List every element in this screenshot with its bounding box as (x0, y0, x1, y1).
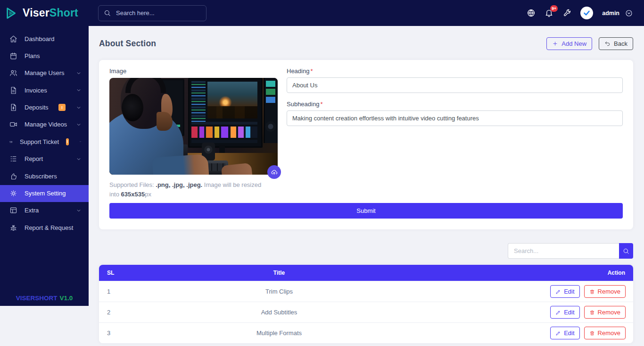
sidebar-item-report-request[interactable]: Report & Request (0, 219, 89, 236)
sidebar-item-label: Deposits (25, 104, 51, 111)
table-row: 1 Trim Clips Edit Remove (99, 281, 633, 302)
swatch-green (266, 89, 275, 95)
sidebar-item-label: Subscribers (25, 173, 82, 180)
notifications-button[interactable]: 9+ (545, 8, 553, 17)
row-title: Multiple Formats (135, 329, 423, 337)
topbar-actions: 9+ admin (527, 7, 633, 19)
sections-table: SL Title Action 1 Trim Clips Edit Remove… (99, 265, 633, 343)
chevron-down-icon (76, 156, 82, 162)
heading-input[interactable] (287, 77, 623, 93)
search-icon (623, 248, 629, 254)
row-actions: Edit Remove (423, 306, 633, 319)
side-panel (264, 78, 278, 143)
ticket-icon (9, 138, 13, 146)
notification-badge: 9+ (550, 5, 558, 12)
sidebar-item-support-ticket[interactable]: Support Ticket ! (0, 133, 89, 150)
sidebar-item-label: System Setting (25, 190, 82, 197)
sidebar-item-invoices[interactable]: Invoices (0, 82, 89, 99)
wrench-icon (563, 8, 571, 17)
sidebar-item-label: Extra (25, 207, 69, 214)
right-monitor (188, 78, 263, 148)
remove-button[interactable]: Remove (584, 306, 626, 319)
main-content: About Section Add New Back Image (89, 26, 644, 346)
image-upload-button[interactable] (267, 165, 281, 179)
editor-arm (152, 154, 209, 175)
row-title: Add Subtitles (135, 309, 423, 316)
headphones-cup (122, 94, 143, 121)
page-title: About Section (99, 39, 156, 49)
chevron-down-icon (76, 70, 82, 76)
table-search-row (99, 243, 633, 259)
sidebar-item-manage-videos[interactable]: Manage Videos (0, 116, 89, 133)
report-icon (9, 155, 17, 163)
clip-bin-panel (191, 81, 206, 123)
remove-button[interactable]: Remove (584, 327, 626, 339)
chevron-down-icon (76, 105, 82, 110)
calendar-icon (9, 52, 17, 60)
user-menu-toggle[interactable] (625, 9, 633, 17)
globe-icon (527, 8, 536, 17)
sidebar-item-label: Manage Videos (25, 121, 69, 128)
sidebar-item-dashboard[interactable]: Dashboard (0, 30, 89, 47)
settings-wrench-button[interactable] (562, 8, 571, 17)
topbar: 9+ admin (89, 0, 644, 26)
sidebar-item-report[interactable]: Report (0, 151, 89, 168)
sidebar: ViserShort Dashboard Plans Manage Users … (0, 0, 89, 306)
sidebar-item-extra[interactable]: Extra (0, 202, 89, 219)
brand-logo[interactable]: ViserShort (0, 0, 89, 26)
sidebar-item-label: Manage Users (25, 69, 69, 76)
chevron-down-icon (76, 122, 82, 127)
header-sl: SL (99, 270, 135, 276)
home-icon (9, 35, 17, 43)
chevron-down-icon (76, 208, 82, 213)
bug-icon (9, 224, 17, 232)
trash-icon (589, 330, 595, 336)
about-form-card: Image (99, 60, 633, 229)
username-label: admin (602, 10, 619, 17)
footer-brand: VISERSHORT (16, 295, 58, 302)
table-search-button[interactable] (619, 243, 633, 259)
header-title: Title (135, 270, 423, 276)
sidebar-item-deposits[interactable]: Deposits ! (0, 99, 89, 116)
trash-icon (589, 310, 595, 315)
sidebar-item-subscribers[interactable]: Subscribers (0, 168, 89, 185)
table-row: 3 Multiple Formats Edit Remove (99, 322, 633, 343)
submit-button[interactable]: Submit (109, 203, 623, 219)
sidebar-item-label: Dashboard (25, 35, 82, 42)
back-arrow-icon (604, 41, 611, 47)
footer-version: V1.0 (59, 295, 73, 302)
sidebar-item-label: Report (25, 155, 69, 162)
remove-button[interactable]: Remove (584, 285, 626, 298)
user-avatar[interactable] (580, 7, 593, 19)
sidebar-item-plans[interactable]: Plans (0, 47, 89, 64)
header-buttons: Add New Back (546, 37, 633, 50)
panel-knob (265, 121, 276, 132)
fields-column: Heading* Subheading* (287, 68, 623, 199)
table-header: SL Title Action (99, 265, 633, 281)
thumbs-up-icon (9, 172, 17, 180)
add-new-button[interactable]: Add New (546, 37, 592, 50)
edit-button[interactable]: Edit (550, 306, 579, 319)
sidebar-item-label: Invoices (25, 87, 69, 94)
subheading-input[interactable] (287, 110, 623, 126)
table-body: 1 Trim Clips Edit Remove 2 Add Subtitles… (99, 281, 633, 343)
headphones-band (125, 78, 166, 93)
heading-field-group: Heading* (287, 68, 623, 93)
back-button[interactable]: Back (599, 37, 633, 50)
language-globe-button[interactable] (527, 8, 536, 17)
row-title: Trim Clips (135, 288, 423, 295)
edit-button[interactable]: Edit (550, 285, 579, 298)
required-mark: * (320, 101, 322, 108)
topbar-search-input[interactable] (115, 9, 201, 17)
sidebar-item-system-setting[interactable]: System Setting (0, 185, 89, 202)
sidebar-item-manage-users[interactable]: Manage Users (0, 65, 89, 82)
swatch-blue (266, 97, 275, 103)
swatch-teal (266, 81, 275, 87)
table-search-input[interactable] (508, 243, 619, 259)
chevron-down-icon (79, 139, 82, 144)
pencil-icon (555, 310, 561, 315)
edit-button[interactable]: Edit (550, 327, 579, 339)
image-upload-wrap (109, 78, 278, 175)
brand-name: ViserShort (23, 7, 78, 19)
about-image-preview (109, 78, 278, 175)
